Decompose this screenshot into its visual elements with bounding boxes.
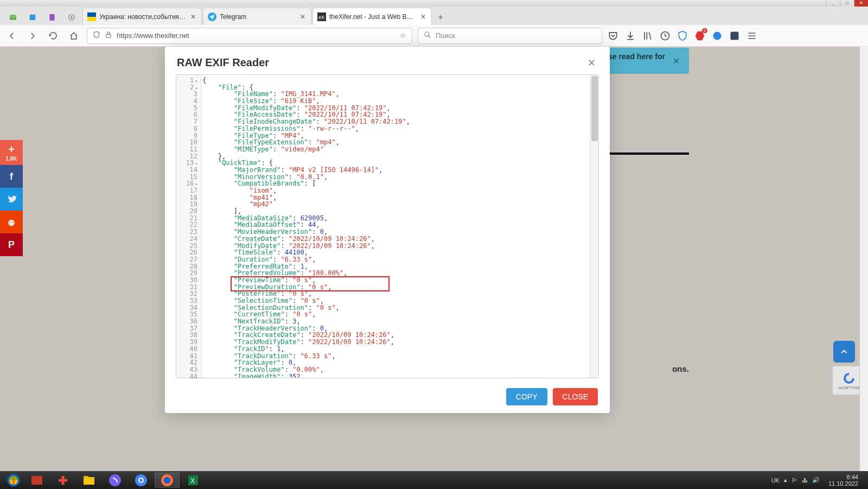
svg-rect-2 [49, 14, 54, 21]
url-text: https://www.thexifer.net [117, 31, 395, 40]
tab-bar: Украина: новости,события, по ✕ Telegram … [0, 7, 868, 25]
exif-modal: RAW EXIF Reader ✕ 1234567891011121314151… [165, 47, 610, 413]
task-viber[interactable] [103, 473, 127, 488]
browser-tab-1[interactable]: Telegram ✕ [203, 8, 311, 25]
close-button[interactable]: CLOSE [553, 388, 598, 405]
svg-rect-1 [30, 15, 36, 21]
svg-rect-20 [13, 475, 14, 484]
svg-text:X: X [190, 477, 195, 485]
pocket-icon[interactable] [608, 30, 618, 41]
tab-label: theXifer.net - Just a Web Based [329, 13, 416, 21]
system-tray: UK ▴ 🏳 🖧 🔊 8:44 11.10.2022 [771, 474, 865, 487]
svg-point-4 [71, 16, 73, 18]
page-area: +1.8K f P i August 15, 2022 Update: We r… [0, 47, 868, 471]
forward-button[interactable] [25, 28, 40, 43]
window-minimize[interactable]: _ [826, 0, 840, 7]
svg-point-14 [713, 31, 722, 40]
new-tab-button[interactable]: + [433, 10, 448, 25]
code-content: { "File": { "FileName": "IMG_3141.MP4", … [201, 75, 598, 378]
favicon-exifer: eX [317, 12, 326, 21]
browser-tab-2[interactable]: eX theXifer.net - Just a Web Based ✕ [312, 8, 432, 25]
close-icon[interactable]: ✕ [189, 13, 197, 21]
code-scrollbar[interactable] [590, 75, 598, 378]
window-close[interactable]: ✕ [854, 0, 868, 7]
tray-flag-icon[interactable]: 🏳 [792, 477, 797, 484]
task-app-2[interactable] [50, 473, 75, 488]
tab-label: Telegram [220, 13, 296, 21]
favicon-ua [87, 12, 96, 21]
back-button[interactable] [4, 28, 20, 43]
line-gutter: 1234567891011121314151617181920212223242… [176, 75, 201, 378]
pinned-tab-2[interactable] [24, 10, 41, 25]
svg-rect-22 [84, 477, 94, 485]
taskbar: X UK ▴ 🏳 🖧 🔊 8:44 11.10.2022 [0, 471, 868, 489]
task-explorer[interactable] [76, 473, 101, 488]
svg-point-24 [109, 474, 121, 486]
adblock-icon[interactable]: 3 [694, 30, 705, 41]
badge-count: 3 [702, 28, 707, 33]
pinned-tab-mail[interactable] [4, 10, 22, 25]
close-icon[interactable]: ✕ [419, 13, 427, 21]
task-app-1[interactable] [24, 473, 49, 488]
tray-lang[interactable]: UK [771, 477, 780, 484]
modal-title: RAW EXIF Reader [177, 56, 585, 69]
svg-point-11 [425, 32, 429, 36]
pinned-tab-3[interactable] [43, 10, 61, 25]
svg-rect-15 [731, 31, 739, 40]
history-icon[interactable] [660, 30, 671, 41]
search-bar[interactable]: Поиск [418, 28, 602, 44]
window-maximize[interactable]: □ [840, 0, 854, 7]
bookmark-star-icon[interactable]: ☆ [400, 31, 406, 40]
task-excel[interactable]: X [181, 473, 206, 488]
protection-icon[interactable] [677, 30, 688, 41]
search-icon [424, 31, 431, 40]
page-scrollbar[interactable] [859, 47, 868, 471]
search-placeholder: Поиск [436, 31, 455, 40]
pinned-tab-4[interactable] [63, 10, 80, 25]
tab-label: Украина: новости,события, по [99, 13, 186, 21]
lock-icon[interactable] [105, 31, 112, 40]
task-chrome[interactable] [129, 473, 154, 488]
window-titlebar: _ □ ✕ [0, 0, 868, 7]
shield-icon[interactable] [93, 31, 100, 40]
copy-button[interactable]: COPY [506, 388, 547, 405]
svg-rect-23 [84, 476, 88, 478]
modal-close-x[interactable]: ✕ [585, 57, 598, 69]
close-icon[interactable]: ✕ [299, 13, 307, 21]
code-viewer[interactable]: 1234567891011121314151617181920212223242… [176, 74, 599, 378]
svg-rect-0 [10, 15, 16, 20]
extension-icon-2[interactable] [729, 30, 740, 41]
menu-icon[interactable] [746, 30, 757, 41]
download-icon[interactable] [625, 30, 636, 41]
nav-bar: https://www.thexifer.net ☆ Поиск 3 [0, 25, 868, 47]
scrollbar-thumb[interactable] [591, 76, 598, 141]
reload-button[interactable] [46, 28, 61, 43]
task-firefox[interactable] [155, 473, 180, 488]
svg-text:eX: eX [318, 15, 324, 20]
svg-point-29 [164, 477, 170, 484]
svg-rect-21 [31, 476, 42, 485]
toolbar-icons: 3 [608, 30, 757, 41]
favicon-telegram [208, 12, 216, 21]
start-button[interactable] [3, 473, 24, 488]
browser-chrome: Украина: новости,события, по ✕ Telegram … [0, 7, 868, 47]
tray-network-icon[interactable]: 🖧 [802, 477, 808, 484]
svg-rect-5 [87, 12, 96, 17]
svg-point-27 [139, 479, 143, 482]
library-icon[interactable] [642, 30, 653, 41]
extension-icon[interactable] [712, 30, 723, 41]
tray-clock[interactable]: 8:44 11.10.2022 [824, 474, 863, 487]
browser-tab-0[interactable]: Украина: новости,события, по ✕ [82, 8, 202, 25]
home-button[interactable] [66, 28, 81, 43]
svg-rect-10 [106, 34, 111, 37]
tray-volume-icon[interactable]: 🔊 [812, 477, 820, 484]
tray-chevron-icon[interactable]: ▴ [784, 477, 787, 484]
url-bar[interactable]: https://www.thexifer.net ☆ [87, 28, 412, 44]
svg-rect-6 [87, 17, 96, 21]
